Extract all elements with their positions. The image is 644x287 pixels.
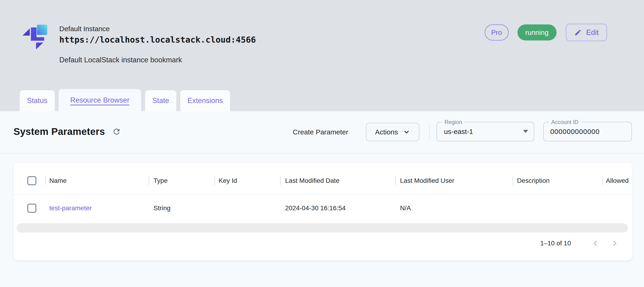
- row-checkbox[interactable]: [28, 204, 36, 212]
- region-label: Region: [442, 118, 464, 126]
- tab-state[interactable]: State: [145, 90, 176, 111]
- column-header-type[interactable]: Type: [154, 176, 168, 185]
- instance-title: Default Instance: [59, 24, 256, 34]
- previous-page-button[interactable]: [588, 237, 602, 250]
- actions-button[interactable]: Actions: [366, 123, 419, 141]
- edit-button-label: Edit: [586, 28, 599, 37]
- column-header-description[interactable]: Description: [517, 176, 550, 185]
- pagination: 1–10 of 10: [14, 237, 632, 250]
- cell-last-modified-date: 2024-04-30 16:16:54: [285, 204, 346, 212]
- column-header-last-modified-date[interactable]: Last Modified Date: [285, 176, 339, 185]
- localstack-logo: [20, 22, 50, 54]
- column-resize-handle[interactable]: [45, 176, 46, 185]
- status-badge: running: [518, 24, 556, 40]
- account-id-field: Account ID: [543, 122, 632, 142]
- column-resize-handle[interactable]: [602, 176, 603, 185]
- column-header-name[interactable]: Name: [49, 176, 67, 185]
- column-header-allowed[interactable]: Allowed: [606, 176, 629, 185]
- create-parameter-button[interactable]: Create Parameter: [293, 127, 348, 137]
- instance-tabs: Status Resource Browser State Extensions: [20, 89, 230, 111]
- refresh-icon: [112, 127, 121, 136]
- region-value: us-east-1: [437, 128, 473, 136]
- edit-button[interactable]: Edit: [566, 24, 607, 41]
- toolbar-divider: [429, 123, 430, 141]
- cell-type: String: [154, 204, 170, 212]
- plan-badge: Pro: [485, 24, 509, 40]
- column-resize-handle[interactable]: [148, 176, 149, 185]
- chevron-down-icon: [403, 128, 410, 136]
- actions-button-label: Actions: [375, 128, 398, 136]
- column-header-last-modified-user[interactable]: Last Modified User: [400, 176, 454, 185]
- column-resize-handle[interactable]: [280, 176, 281, 185]
- instance-description: Default LocalStack instance bookmark: [59, 55, 256, 65]
- page-title: System Parameters: [14, 126, 105, 137]
- refresh-button[interactable]: [112, 126, 122, 137]
- pencil-icon: [574, 29, 582, 36]
- parameters-toolbar: System Parameters Create Parameter Actio…: [0, 111, 644, 154]
- resource-browser-panel: System Parameters Create Parameter Actio…: [0, 111, 644, 287]
- horizontal-scrollbar-thumb[interactable]: [17, 223, 628, 232]
- chevron-left-icon: [591, 239, 600, 248]
- tab-extensions[interactable]: Extensions: [180, 90, 230, 111]
- tab-resource-browser[interactable]: Resource Browser: [58, 89, 141, 111]
- parameters-table-card: Name Type Key Id Last Modified Date Last…: [14, 163, 632, 260]
- region-select[interactable]: Region us-east-1: [436, 122, 534, 142]
- column-resize-handle[interactable]: [214, 176, 215, 185]
- tab-status[interactable]: Status: [20, 90, 55, 111]
- instance-url: https://localhost.localstack.cloud:4566: [59, 34, 256, 46]
- parameter-name-link[interactable]: test-parameter: [49, 204, 92, 212]
- instance-header: Default Instance https://localhost.local…: [0, 0, 644, 111]
- select-all-checkbox[interactable]: [28, 176, 36, 185]
- pagination-range: 1–10 of 10: [540, 240, 571, 247]
- cell-last-modified-user: N/A: [400, 204, 411, 212]
- account-id-label: Account ID: [549, 118, 581, 126]
- header-badges: Pro running Edit: [485, 24, 607, 41]
- next-page-button[interactable]: [608, 237, 622, 250]
- column-header-key-id[interactable]: Key Id: [218, 176, 237, 185]
- table-header-divider: [14, 194, 632, 195]
- chevron-right-icon: [611, 239, 619, 248]
- column-resize-handle[interactable]: [512, 176, 513, 185]
- column-resize-handle[interactable]: [396, 176, 396, 185]
- dropdown-arrow-icon: [522, 129, 529, 134]
